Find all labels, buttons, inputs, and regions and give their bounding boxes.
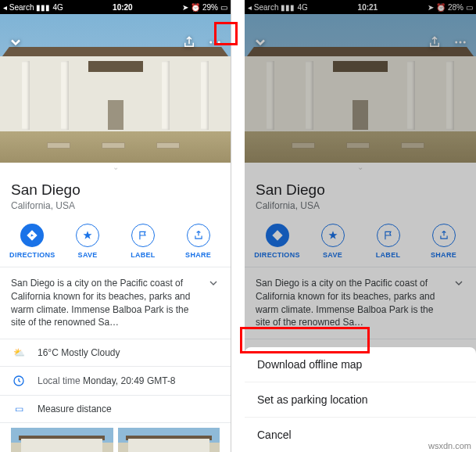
highlight-download-option (240, 327, 370, 353)
chevron-down-icon[interactable] (8, 34, 23, 50)
share-icon (438, 230, 449, 241)
action-row: DIRECTIONS SAVE LABEL SHARE (0, 217, 231, 267)
signal-icon: ▮▮▮ (36, 3, 50, 12)
battery-icon: ▭ (220, 3, 227, 12)
label-button[interactable]: LABEL (120, 224, 166, 259)
chevron-down-icon (207, 277, 220, 289)
directions-button[interactable]: DIRECTIONS (254, 224, 301, 259)
share-icon[interactable] (428, 35, 442, 49)
star-icon (327, 230, 338, 241)
drag-handle[interactable]: ⌄ (0, 163, 231, 174)
ruler-icon: ▭ (15, 404, 23, 414)
directions-button[interactable]: DIRECTIONS (9, 224, 55, 259)
cloud-icon: ⛅ (13, 347, 25, 358)
highlight-more-button (214, 22, 238, 45)
place-photo[interactable] (0, 14, 231, 163)
share-icon[interactable] (182, 35, 196, 49)
chevron-down-icon (453, 277, 465, 289)
save-button[interactable]: SAVE (310, 224, 356, 259)
drag-handle[interactable]: ⌄ (245, 163, 476, 174)
watermark: wsxdn.com (428, 441, 471, 450)
alarm-icon: ⏰ (436, 3, 446, 12)
svg-point-6 (463, 41, 466, 44)
info-panel: San Diego California, USA DIRECTIONS SAV… (0, 174, 231, 452)
network-label: 4G (297, 3, 307, 12)
directions-icon (271, 229, 284, 242)
clock-icon (13, 375, 25, 387)
flag-icon (383, 230, 394, 241)
place-region: California, USA (256, 200, 465, 211)
clock: 10:21 (358, 3, 378, 12)
status-bar: ◂ Search ▮▮▮ 4G 10:21 ➤ ⏰ 28% ▭ (245, 0, 476, 14)
localtime-row[interactable]: Local time Monday, 20:49 GMT-8 (0, 367, 231, 396)
clock: 10:20 (113, 3, 133, 12)
battery-label: 28% (448, 3, 463, 12)
svg-point-5 (460, 41, 462, 44)
label-button[interactable]: LABEL (365, 224, 412, 259)
svg-point-4 (455, 41, 457, 44)
place-title: San Diego (256, 181, 465, 199)
place-title: San Diego (11, 181, 220, 199)
thumbnail[interactable] (118, 428, 220, 452)
photo-thumbnails[interactable] (0, 423, 231, 452)
place-region: California, USA (11, 200, 220, 211)
save-button[interactable]: SAVE (64, 224, 111, 259)
share-icon (193, 230, 204, 241)
right-screenshot: ◂ Search ▮▮▮ 4G 10:21 ➤ ⏰ 28% ▭ (245, 0, 476, 452)
share-button[interactable]: SHARE (175, 224, 222, 259)
svg-point-0 (209, 41, 212, 44)
nav-icon: ➤ (428, 3, 434, 12)
place-photo[interactable] (245, 14, 476, 163)
action-sheet: Download offline map Set as parking loca… (245, 347, 476, 452)
description-row[interactable]: San Diego is a city on the Pacific coast… (0, 267, 231, 339)
back-search-label[interactable]: ◂ Search (3, 3, 34, 12)
set-parking-location[interactable]: Set as parking location (245, 382, 476, 418)
chevron-down-icon[interactable] (252, 34, 268, 50)
thumbnail[interactable] (11, 428, 113, 452)
status-bar: ◂ Search ▮▮▮ 4G 10:20 ➤ ⏰ 29% ▭ (0, 0, 231, 14)
battery-label: 29% (202, 3, 218, 12)
share-button[interactable]: SHARE (421, 224, 467, 259)
weather-row[interactable]: ⛅ 16°C Mostly Cloudy (0, 339, 231, 367)
star-icon (82, 230, 93, 241)
network-label: 4G (52, 3, 63, 12)
action-row: DIRECTIONS SAVE LABEL SHARE (245, 217, 476, 267)
measure-row[interactable]: ▭ Measure distance (0, 396, 231, 423)
directions-icon (26, 229, 38, 242)
signal-icon: ▮▮▮ (281, 3, 295, 12)
flag-icon (138, 230, 149, 241)
back-search-label[interactable]: ◂ Search (248, 3, 278, 12)
left-screenshot: ◂ Search ▮▮▮ 4G 10:20 ➤ ⏰ 29% ▭ (0, 0, 231, 452)
alarm-icon: ⏰ (191, 3, 200, 12)
nav-icon: ➤ (182, 3, 188, 12)
more-icon[interactable] (453, 35, 468, 49)
battery-icon: ▭ (466, 3, 473, 12)
